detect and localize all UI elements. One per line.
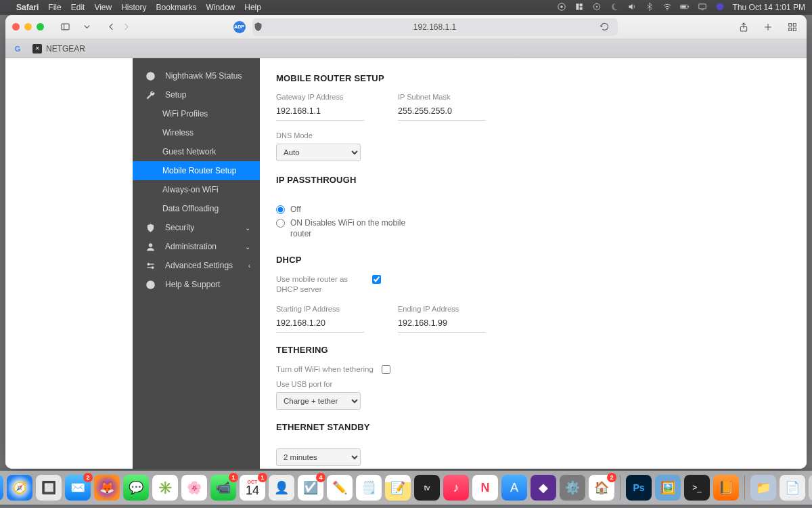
dock-firefox-icon[interactable]: 🦊 xyxy=(94,475,120,501)
dock-settings-icon[interactable]: ⚙️ xyxy=(560,475,585,501)
dock-notes-icon[interactable]: 📝 xyxy=(385,475,411,501)
dock-contacts-icon[interactable]: 👤 xyxy=(269,475,294,501)
menu-help[interactable]: Help xyxy=(244,3,261,12)
dock-photoshop-icon[interactable]: Ps xyxy=(626,475,652,501)
gateway-ip-input[interactable]: 192.168.1.1 xyxy=(276,105,364,121)
dock-photos-icon[interactable]: 🌸 xyxy=(181,475,207,501)
usb-port-select[interactable]: Charge + tether xyxy=(276,392,361,410)
sidebar-item-label: Help & Support xyxy=(165,280,220,289)
menubar-eye-icon[interactable] xyxy=(557,2,566,14)
dock-home-icon[interactable]: 🏠2 xyxy=(589,475,614,501)
dhcp-use-checkbox[interactable] xyxy=(372,275,381,284)
dock-document-icon[interactable]: 📄 xyxy=(780,475,805,501)
menubar-record-icon[interactable] xyxy=(592,2,602,14)
sidebar-item-wireless[interactable]: Wireless xyxy=(133,123,260,142)
dock-news-icon[interactable]: N xyxy=(472,475,498,501)
dock-appstore-icon[interactable]: A xyxy=(501,475,527,501)
ip-passthrough-off-radio[interactable] xyxy=(276,205,285,214)
dock-downloads-icon[interactable]: 📁 xyxy=(750,475,776,501)
dhcp-use-label: Use mobile router as DHCP server xyxy=(276,274,364,295)
dhcp-start-input[interactable]: 192.168.1.20 xyxy=(276,317,364,333)
address-bar[interactable]: ADP 192.168.1.1 xyxy=(252,18,618,36)
dns-mode-select[interactable]: Auto xyxy=(276,144,361,161)
dock-reminders-icon[interactable]: ☑️4 xyxy=(298,475,323,501)
svg-point-24 xyxy=(148,263,150,265)
back-button-icon[interactable] xyxy=(104,20,118,35)
sidebar-item-status[interactable]: Nighthawk M5 Status xyxy=(133,66,260,85)
badge: 4 xyxy=(316,473,325,482)
forward-button-icon[interactable] xyxy=(118,20,133,35)
new-tab-icon[interactable] xyxy=(761,20,775,35)
dock-finder-icon[interactable]: 😊 xyxy=(0,475,3,501)
ip-passthrough-on-radio[interactable] xyxy=(276,219,285,228)
menubar-clock[interactable]: Thu Oct 14 1:01 PM xyxy=(733,3,805,12)
ethernet-standby-select[interactable]: 2 minutes xyxy=(276,448,361,466)
dock-safari-icon[interactable]: 🧭 xyxy=(7,475,32,501)
dock-app-generic-icon[interactable]: 🖼️ xyxy=(655,475,681,501)
sidebar-item-advanced[interactable]: Advanced Settings ‹ xyxy=(133,256,260,275)
sidebar-toggle-icon[interactable] xyxy=(58,20,72,35)
sliders-icon xyxy=(145,260,156,271)
menubar-battery-icon[interactable] xyxy=(680,2,690,14)
tethering-turnoff-label: Turn off WiFi when tethering xyxy=(276,364,374,375)
dock-freeform-icon[interactable]: ✏️ xyxy=(327,475,353,501)
menubar-wifi-icon[interactable] xyxy=(662,2,672,14)
dhcp-start-label: Starting IP Address xyxy=(276,305,371,313)
menubar-extra-icon[interactable] xyxy=(715,2,725,14)
sidebar-item-mobile-router-setup[interactable]: Mobile Router Setup xyxy=(133,161,260,180)
dock-books-icon[interactable]: 📙 xyxy=(713,475,739,501)
menu-window[interactable]: Window xyxy=(206,3,235,12)
app-menu[interactable]: Safari xyxy=(16,3,39,12)
menu-view[interactable]: View xyxy=(94,3,112,12)
svg-rect-2 xyxy=(576,3,579,9)
tab-overview-icon[interactable] xyxy=(785,20,800,35)
svg-rect-18 xyxy=(789,23,792,26)
menubar-display-icon[interactable] xyxy=(698,2,707,14)
menu-edit[interactable]: Edit xyxy=(71,3,85,12)
fullscreen-window-button[interactable] xyxy=(37,23,44,30)
dock-tv-icon[interactable]: tv xyxy=(414,475,440,501)
favorite-google[interactable]: G xyxy=(12,43,23,54)
menu-history[interactable]: History xyxy=(121,3,146,12)
menubar-moon-icon[interactable] xyxy=(610,2,619,14)
dock-music-icon[interactable]: ♪ xyxy=(443,475,469,501)
dock-mail-icon[interactable]: ✉️2 xyxy=(65,475,91,501)
dock-affinity-icon[interactable]: ◆ xyxy=(531,475,556,501)
menu-file[interactable]: File xyxy=(48,3,61,12)
reload-icon[interactable] xyxy=(597,20,612,35)
dock-trash-icon[interactable]: 🗑️ xyxy=(809,475,812,501)
window-controls xyxy=(12,23,44,30)
share-icon[interactable] xyxy=(736,20,751,35)
sidebar-dropdown-icon[interactable] xyxy=(79,20,94,35)
sidebar-item-always-on-wifi[interactable]: Always-on WiFi xyxy=(133,180,260,199)
menubar-bluetooth-icon[interactable] xyxy=(645,2,654,14)
sidebar-item-wifi-profiles[interactable]: WiFi Profiles xyxy=(133,104,260,123)
sidebar-item-administration[interactable]: Administration ⌄ xyxy=(133,237,260,256)
minimize-window-button[interactable] xyxy=(24,23,32,30)
menubar-volume-icon[interactable] xyxy=(627,2,637,14)
adblock-icon[interactable]: ADP xyxy=(233,21,246,33)
dock-stickies-icon[interactable]: 🗒️ xyxy=(356,475,382,501)
tethering-turnoff-checkbox[interactable] xyxy=(382,365,390,374)
dock-facetime-icon[interactable]: 📹1 xyxy=(210,475,236,501)
favorite-netgear[interactable]: ✕NETGEAR xyxy=(32,44,85,54)
dock-launchpad-icon[interactable]: 🔲 xyxy=(36,475,62,501)
subnet-mask-input[interactable]: 255.255.255.0 xyxy=(398,105,486,121)
menu-bookmarks[interactable]: Bookmarks xyxy=(156,3,197,12)
sidebar-item-label: Guest Network xyxy=(162,147,216,156)
close-window-button[interactable] xyxy=(12,23,20,30)
dock-terminal-icon[interactable]: >_ xyxy=(684,475,710,501)
dock-messages-icon[interactable]: 💬 xyxy=(123,475,149,501)
sidebar-item-setup[interactable]: Setup xyxy=(133,85,260,104)
sidebar-item-data-offloading[interactable]: Data Offloading xyxy=(133,199,260,218)
privacy-shield-icon[interactable] xyxy=(251,20,266,35)
sidebar-item-guest-network[interactable]: Guest Network xyxy=(133,142,260,161)
page-body: Nighthawk M5 Status Setup WiFi Profiles … xyxy=(5,58,807,469)
sidebar-item-help[interactable]: Help & Support xyxy=(133,275,260,294)
dock-slack-icon[interactable]: ✳️ xyxy=(152,475,178,501)
dhcp-end-input[interactable]: 192.168.1.99 xyxy=(398,317,486,333)
dock-calendar-icon[interactable]: OCT141 xyxy=(240,475,265,501)
menubar-app-icon[interactable] xyxy=(574,2,584,14)
subnet-mask-label: IP Subnet Mask xyxy=(398,93,493,101)
sidebar-item-security[interactable]: Security ⌄ xyxy=(133,218,260,237)
